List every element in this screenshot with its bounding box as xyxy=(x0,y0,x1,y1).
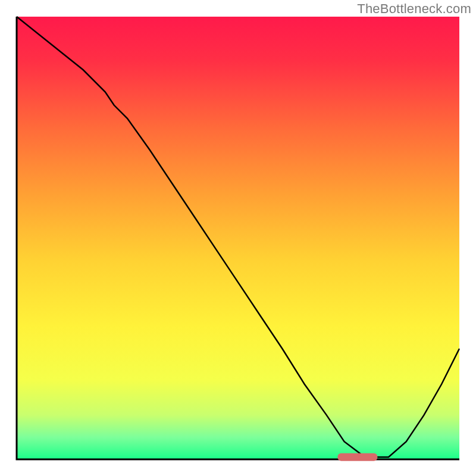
bottleneck-chart xyxy=(0,0,476,476)
watermark-text: TheBottleneck.com xyxy=(357,1,471,17)
gradient-background xyxy=(17,17,459,459)
optimal-range-pill xyxy=(337,453,377,461)
